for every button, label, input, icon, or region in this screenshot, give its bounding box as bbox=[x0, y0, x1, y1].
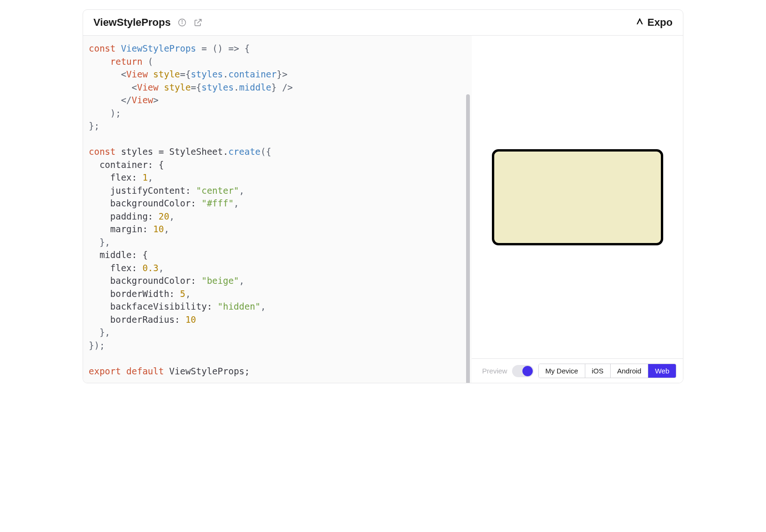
platform-ios-button[interactable]: iOS bbox=[585, 364, 611, 378]
scrollbar-thumb[interactable] bbox=[466, 94, 470, 383]
info-icon[interactable] bbox=[177, 18, 187, 27]
kw-default: default bbox=[126, 366, 164, 376]
fn-name: ViewStyleProps bbox=[121, 43, 196, 53]
platform-web-button[interactable]: Web bbox=[648, 364, 676, 378]
preview-label: Preview bbox=[482, 367, 507, 375]
external-link-icon[interactable] bbox=[193, 18, 203, 27]
page-title: ViewStyleProps bbox=[93, 16, 171, 29]
svg-point-2 bbox=[182, 21, 182, 21]
kw-export: export bbox=[89, 366, 121, 376]
scrollbar[interactable] bbox=[466, 68, 470, 369]
header-left: ViewStyleProps bbox=[93, 16, 203, 29]
platform-my-device-button[interactable]: My Device bbox=[539, 364, 585, 378]
preview-area bbox=[472, 36, 683, 358]
body: const ViewStyleProps = () => { return ( … bbox=[83, 36, 683, 383]
kw-const: const bbox=[89, 43, 115, 53]
kw-const: const bbox=[89, 146, 115, 157]
preview-pane: Preview My Device iOS Android Web bbox=[472, 36, 683, 383]
brand: Expo bbox=[635, 16, 673, 29]
kw-return: return bbox=[110, 56, 143, 67]
code-editor[interactable]: const ViewStyleProps = () => { return ( … bbox=[83, 36, 472, 383]
platform-switcher: My Device iOS Android Web bbox=[538, 364, 676, 378]
snack-player: ViewStyleProps Expo const ViewStyleProps… bbox=[83, 9, 683, 383]
preview-rendered-view bbox=[492, 149, 663, 245]
toggle-knob bbox=[522, 366, 533, 376]
platform-android-button[interactable]: Android bbox=[611, 364, 649, 378]
brand-label: Expo bbox=[647, 16, 673, 29]
preview-footer: Preview My Device iOS Android Web bbox=[472, 358, 683, 383]
header: ViewStyleProps Expo bbox=[83, 10, 683, 36]
expo-logo-icon bbox=[635, 16, 644, 29]
preview-toggle[interactable] bbox=[512, 365, 534, 377]
